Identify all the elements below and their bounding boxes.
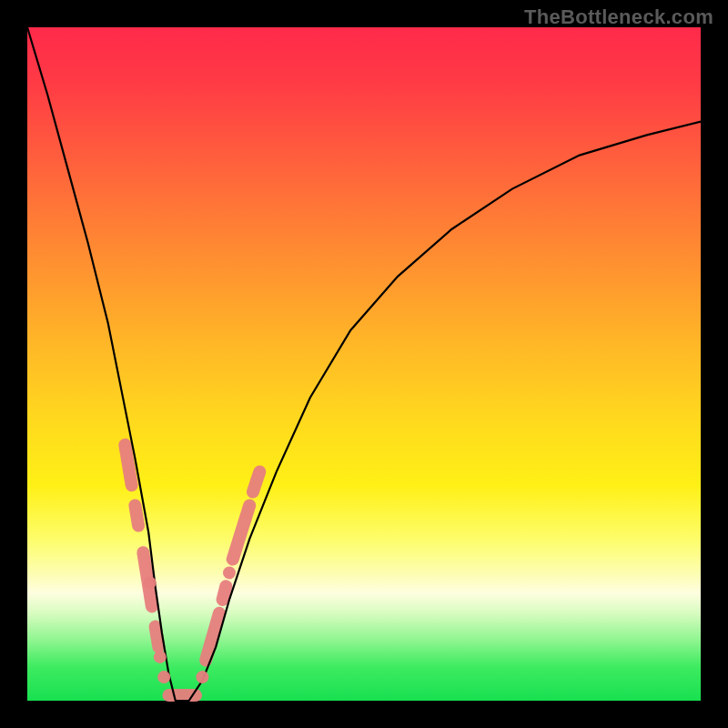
curve-marker-segment — [156, 627, 159, 647]
chart-outer: TheBottleneck.com — [0, 0, 728, 728]
plot-area — [27, 27, 701, 701]
curve-marker-segment — [223, 586, 227, 600]
curve-svg — [27, 27, 701, 701]
curve-marker-dot — [157, 671, 170, 683]
curve-marker-dot — [154, 651, 167, 663]
curve-marker-segment — [135, 505, 138, 525]
curve-marker-dot — [223, 566, 236, 579]
curve-marker-segment — [233, 505, 250, 559]
watermark-text: TheBottleneck.com — [524, 5, 713, 29]
curve-marker-segment — [125, 445, 131, 485]
curve-marker-dot — [196, 671, 208, 683]
curve-marker-dot — [144, 577, 157, 590]
bottleneck-curve — [27, 27, 701, 701]
curve-marker-segment — [253, 471, 259, 491]
